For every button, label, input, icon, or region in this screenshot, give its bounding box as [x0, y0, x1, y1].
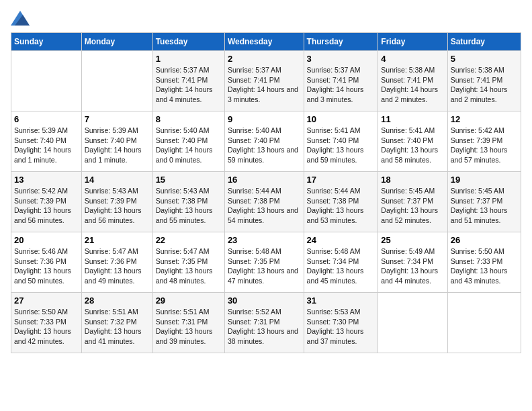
calendar-day-cell: 15Sunrise: 5:43 AMSunset: 7:38 PMDayligh… [152, 172, 224, 232]
day-number: 12 [451, 114, 518, 124]
day-number: 29 [156, 295, 222, 306]
day-number: 3 [307, 54, 375, 64]
day-info: Sunrise: 5:48 AMSunset: 7:35 PMDaylight:… [228, 246, 301, 286]
day-info: Sunrise: 5:39 AMSunset: 7:40 PMDaylight:… [14, 126, 79, 165]
day-info: Sunrise: 5:51 AMSunset: 7:32 PMDaylight:… [85, 307, 150, 347]
day-info: Sunrise: 5:44 AMSunset: 7:38 PMDaylight:… [228, 186, 301, 226]
day-info: Sunrise: 5:45 AMSunset: 7:37 PMDaylight:… [451, 186, 518, 226]
day-info: Sunrise: 5:38 AMSunset: 7:41 PMDaylight:… [451, 65, 518, 105]
day-number: 11 [381, 114, 444, 124]
day-number: 27 [14, 295, 79, 306]
calendar-day-cell: 16Sunrise: 5:44 AMSunset: 7:38 PMDayligh… [224, 172, 304, 232]
day-number: 10 [307, 114, 375, 124]
day-number: 17 [307, 175, 375, 185]
day-info: Sunrise: 5:40 AMSunset: 7:40 PMDaylight:… [228, 126, 301, 165]
day-number: 14 [85, 175, 150, 185]
day-info: Sunrise: 5:42 AMSunset: 7:39 PMDaylight:… [14, 186, 79, 226]
calendar-day-cell: 8Sunrise: 5:40 AMSunset: 7:40 PMDaylight… [152, 111, 224, 172]
day-info: Sunrise: 5:46 AMSunset: 7:36 PMDaylight:… [14, 246, 79, 286]
day-info: Sunrise: 5:53 AMSunset: 7:30 PMDaylight:… [307, 307, 375, 347]
day-info: Sunrise: 5:39 AMSunset: 7:40 PMDaylight:… [85, 126, 150, 165]
weekday-header-row: SundayMondayTuesdayWednesdayThursdayFrid… [11, 33, 521, 51]
calendar-day-cell: 21Sunrise: 5:47 AMSunset: 7:36 PMDayligh… [81, 232, 152, 293]
calendar-day-cell: 24Sunrise: 5:48 AMSunset: 7:34 PMDayligh… [304, 232, 378, 293]
calendar-day-cell: 14Sunrise: 5:43 AMSunset: 7:39 PMDayligh… [81, 172, 152, 232]
day-number: 26 [451, 235, 518, 245]
day-number: 4 [381, 54, 444, 64]
day-info: Sunrise: 5:42 AMSunset: 7:39 PMDaylight:… [451, 126, 518, 165]
calendar-day-cell: 13Sunrise: 5:42 AMSunset: 7:39 PMDayligh… [11, 172, 82, 232]
calendar-day-cell [447, 293, 521, 353]
calendar-day-cell: 2Sunrise: 5:37 AMSunset: 7:41 PMDaylight… [224, 51, 304, 111]
day-info: Sunrise: 5:41 AMSunset: 7:40 PMDaylight:… [307, 126, 375, 165]
day-number: 6 [14, 114, 79, 124]
weekday-header-cell: Friday [378, 33, 447, 51]
calendar-day-cell: 3Sunrise: 5:37 AMSunset: 7:41 PMDaylight… [304, 51, 378, 111]
day-info: Sunrise: 5:45 AMSunset: 7:37 PMDaylight:… [381, 186, 444, 226]
header [11, 11, 521, 26]
day-info: Sunrise: 5:43 AMSunset: 7:38 PMDaylight:… [156, 186, 222, 226]
calendar-day-cell [378, 293, 447, 353]
day-number: 23 [228, 235, 301, 245]
calendar-day-cell: 10Sunrise: 5:41 AMSunset: 7:40 PMDayligh… [304, 111, 378, 172]
day-number: 7 [85, 114, 150, 124]
day-info: Sunrise: 5:47 AMSunset: 7:35 PMDaylight:… [156, 246, 222, 286]
calendar-day-cell: 23Sunrise: 5:48 AMSunset: 7:35 PMDayligh… [224, 232, 304, 293]
day-number: 19 [451, 175, 518, 185]
day-number: 15 [156, 175, 222, 185]
day-info: Sunrise: 5:37 AMSunset: 7:41 PMDaylight:… [228, 65, 301, 105]
calendar-day-cell [11, 51, 82, 111]
calendar-day-cell: 11Sunrise: 5:41 AMSunset: 7:40 PMDayligh… [378, 111, 447, 172]
calendar-week-row: 13Sunrise: 5:42 AMSunset: 7:39 PMDayligh… [11, 172, 521, 232]
day-info: Sunrise: 5:41 AMSunset: 7:40 PMDaylight:… [381, 126, 444, 165]
day-number: 30 [228, 295, 301, 306]
calendar-week-row: 6Sunrise: 5:39 AMSunset: 7:40 PMDaylight… [11, 111, 521, 172]
day-number: 18 [381, 175, 444, 185]
calendar-day-cell: 29Sunrise: 5:51 AMSunset: 7:31 PMDayligh… [152, 293, 224, 353]
day-number: 22 [156, 235, 222, 245]
weekday-header-cell: Monday [81, 33, 152, 51]
calendar-week-row: 20Sunrise: 5:46 AMSunset: 7:36 PMDayligh… [11, 232, 521, 293]
calendar-week-row: 1Sunrise: 5:37 AMSunset: 7:41 PMDaylight… [11, 51, 521, 111]
calendar-day-cell: 22Sunrise: 5:47 AMSunset: 7:35 PMDayligh… [152, 232, 224, 293]
calendar-day-cell: 12Sunrise: 5:42 AMSunset: 7:39 PMDayligh… [447, 111, 521, 172]
day-info: Sunrise: 5:50 AMSunset: 7:33 PMDaylight:… [14, 307, 79, 347]
calendar-body: 1Sunrise: 5:37 AMSunset: 7:41 PMDaylight… [11, 51, 521, 353]
day-info: Sunrise: 5:40 AMSunset: 7:40 PMDaylight:… [156, 126, 222, 165]
day-info: Sunrise: 5:51 AMSunset: 7:31 PMDaylight:… [156, 307, 222, 347]
day-number: 8 [156, 114, 222, 124]
weekday-header-cell: Thursday [304, 33, 378, 51]
calendar-table: SundayMondayTuesdayWednesdayThursdayFrid… [11, 32, 521, 353]
day-info: Sunrise: 5:37 AMSunset: 7:41 PMDaylight:… [156, 65, 222, 105]
day-info: Sunrise: 5:37 AMSunset: 7:41 PMDaylight:… [307, 65, 375, 105]
day-info: Sunrise: 5:47 AMSunset: 7:36 PMDaylight:… [85, 246, 150, 286]
weekday-header-cell: Wednesday [224, 33, 304, 51]
weekday-header-cell: Sunday [11, 33, 82, 51]
day-number: 31 [307, 295, 375, 306]
logo [11, 11, 32, 26]
calendar-day-cell: 30Sunrise: 5:52 AMSunset: 7:31 PMDayligh… [224, 293, 304, 353]
calendar-day-cell: 31Sunrise: 5:53 AMSunset: 7:30 PMDayligh… [304, 293, 378, 353]
day-info: Sunrise: 5:48 AMSunset: 7:34 PMDaylight:… [307, 246, 375, 286]
day-number: 16 [228, 175, 301, 185]
weekday-header-cell: Tuesday [152, 33, 224, 51]
calendar-day-cell: 7Sunrise: 5:39 AMSunset: 7:40 PMDaylight… [81, 111, 152, 172]
calendar-week-row: 27Sunrise: 5:50 AMSunset: 7:33 PMDayligh… [11, 293, 521, 353]
calendar-day-cell: 6Sunrise: 5:39 AMSunset: 7:40 PMDaylight… [11, 111, 82, 172]
calendar-day-cell: 19Sunrise: 5:45 AMSunset: 7:37 PMDayligh… [447, 172, 521, 232]
day-info: Sunrise: 5:38 AMSunset: 7:41 PMDaylight:… [381, 65, 444, 105]
day-number: 13 [14, 175, 79, 185]
weekday-header-cell: Saturday [447, 33, 521, 51]
day-number: 25 [381, 235, 444, 245]
day-number: 24 [307, 235, 375, 245]
day-info: Sunrise: 5:43 AMSunset: 7:39 PMDaylight:… [85, 186, 150, 226]
day-info: Sunrise: 5:44 AMSunset: 7:38 PMDaylight:… [307, 186, 375, 226]
calendar-day-cell: 9Sunrise: 5:40 AMSunset: 7:40 PMDaylight… [224, 111, 304, 172]
calendar-day-cell: 20Sunrise: 5:46 AMSunset: 7:36 PMDayligh… [11, 232, 82, 293]
day-number: 2 [228, 54, 301, 64]
day-info: Sunrise: 5:49 AMSunset: 7:34 PMDaylight:… [381, 246, 444, 286]
calendar-day-cell: 1Sunrise: 5:37 AMSunset: 7:41 PMDaylight… [152, 51, 224, 111]
calendar-day-cell: 5Sunrise: 5:38 AMSunset: 7:41 PMDaylight… [447, 51, 521, 111]
day-number: 5 [451, 54, 518, 64]
day-info: Sunrise: 5:52 AMSunset: 7:31 PMDaylight:… [228, 307, 301, 347]
